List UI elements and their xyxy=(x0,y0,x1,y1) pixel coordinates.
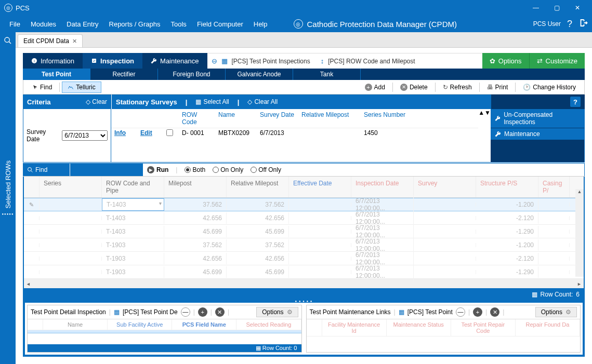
customize-button[interactable]: ⇄ Customize xyxy=(529,53,585,69)
add-row-button[interactable]: + xyxy=(473,307,482,317)
tab-edit-cpdm[interactable]: Edit CPDM Data ✕ xyxy=(18,34,83,47)
survey-row[interactable]: Info Edit D- 0001 MBTX0209 6/7/2013 1450 xyxy=(111,128,478,139)
delete-button[interactable]: ✕Delete xyxy=(395,82,433,92)
table-row[interactable]: T-190345.69945.6996/7/2013 12:00:00...-1… xyxy=(24,265,584,279)
run-row: Find ▶Run | Both On Only Off Only xyxy=(23,163,585,177)
gear-icon: ⚙ xyxy=(565,308,571,316)
survey-grid-header: ROW Code Name Survey Date Relative Milep… xyxy=(111,109,478,128)
rail-grip-icon[interactable]: ●●●●● xyxy=(2,212,14,215)
select-all-button[interactable]: ▦Select All xyxy=(195,98,229,105)
col-series[interactable]: Series xyxy=(40,177,102,197)
panel-options-button[interactable]: Options⚙ xyxy=(535,307,577,317)
survey-scrollbar[interactable]: ▲▼ xyxy=(478,109,491,162)
col-structure-ps[interactable]: Structure P/S xyxy=(476,177,538,197)
tab-close-icon[interactable]: ✕ xyxy=(72,38,77,45)
grid-icon: ▦ xyxy=(221,57,228,65)
radio-both[interactable]: Both xyxy=(185,166,205,173)
menu-field-computer[interactable]: Field Computer xyxy=(192,20,248,28)
menu-help[interactable]: Help xyxy=(248,20,273,28)
radio-off-only[interactable]: Off Only xyxy=(251,166,281,173)
col-rel-milepost[interactable]: Relative Milepost xyxy=(227,177,289,197)
gear-icon: ⚙ xyxy=(287,308,293,316)
run-button[interactable]: ▶Run xyxy=(147,166,168,173)
svg-point-4 xyxy=(28,168,32,171)
col-survey[interactable]: Survey xyxy=(414,177,476,197)
collapse-button[interactable]: — xyxy=(181,307,190,317)
col-effective-date[interactable]: Effective Date xyxy=(289,177,351,197)
print-button[interactable]: 🖶Print xyxy=(482,82,514,92)
panel1-footer: ▦ Row Count: 0 xyxy=(28,344,301,352)
play-icon: ▶ xyxy=(147,166,154,173)
breadcrumb: ⊖ ▦ [PCS] Test Point Inspections ↕ [PCS]… xyxy=(207,53,482,69)
maintenance-side-button[interactable]: Maintenance xyxy=(491,128,584,140)
find-button[interactable]: Find xyxy=(27,82,57,92)
search-icon[interactable] xyxy=(4,36,12,46)
col-row-code[interactable]: ROW Code and Pipe xyxy=(102,177,164,197)
table-row[interactable]: T-190337.56237.5626/7/2013 12:00:00...-1… xyxy=(24,238,584,252)
toolbar: Find Telluric +Add ✕Delete ↻Refresh 🖶Pri… xyxy=(23,80,585,95)
table-row[interactable]: T-140345.69945.6996/7/2013 12:00:00...-1… xyxy=(24,225,584,238)
breadcrumb-2[interactable]: [PCS] ROW Code and Milepost xyxy=(328,58,415,65)
options-button[interactable]: ✿ Options xyxy=(482,53,529,69)
tab-information[interactable]: i Information xyxy=(23,53,83,69)
delete-row-button[interactable]: ✕ xyxy=(490,307,499,317)
user-label[interactable]: PCS User xyxy=(533,20,561,28)
refresh-button[interactable]: ↻Refresh xyxy=(438,82,477,92)
survey-row-checkbox[interactable] xyxy=(166,129,173,136)
uncompensated-button[interactable]: Un-Compensated Inspections xyxy=(491,109,584,128)
telluric-button[interactable]: Telluric xyxy=(62,82,101,93)
menu-file[interactable]: File xyxy=(4,20,25,28)
clear-all-button[interactable]: ◇Clear All xyxy=(247,98,278,105)
tab-label: Edit CPDM Data xyxy=(23,37,69,45)
collapse-icon[interactable]: ⊖ xyxy=(212,57,217,65)
svg-point-0 xyxy=(5,37,9,42)
left-rail: Selected ROWs ●●●●● xyxy=(0,32,16,364)
change-history-button[interactable]: 🕑Change History xyxy=(518,82,581,92)
eraser-icon: ◇ xyxy=(247,98,252,105)
subnav-foreign-bond[interactable]: Foreign Bond xyxy=(158,69,226,80)
tab-inspection[interactable]: Inspection xyxy=(83,53,142,69)
menu-reports-graphs[interactable]: Reports / Graphs xyxy=(104,20,166,28)
menu-tools[interactable]: Tools xyxy=(166,20,192,28)
find-box[interactable]: Find xyxy=(23,164,70,176)
subnav-galvanic-anode[interactable]: Galvanic Anode xyxy=(226,69,293,80)
table-row[interactable]: T-190342.65642.6566/7/2013 12:00:00...-2… xyxy=(24,252,584,265)
subnav-test-point[interactable]: Test Point xyxy=(23,69,90,80)
menu-data-entry[interactable]: Data Entry xyxy=(61,20,103,28)
info-link[interactable]: Info xyxy=(111,128,137,139)
grid-icon: ▦ xyxy=(532,291,537,298)
maximize-button[interactable]: ▢ xyxy=(546,0,567,16)
grid-vscroll[interactable]: ▲ xyxy=(575,189,584,277)
subnav-rectifier[interactable]: Rectifier xyxy=(90,69,158,80)
menu-modules[interactable]: Modules xyxy=(25,20,61,28)
table-row[interactable]: ✎T-140337.56237.5626/7/2013 12:00:00...-… xyxy=(24,198,584,211)
selected-rows-label[interactable]: Selected ROWs xyxy=(4,160,12,208)
grid-icon: ▦ xyxy=(399,308,404,316)
grid-hscroll[interactable]: ◄► xyxy=(24,279,584,288)
ribbon: i Information Inspection Maintenance ⊖ ▦… xyxy=(23,53,585,69)
breadcrumb-1[interactable]: [PCS] Test Point Inspections xyxy=(232,58,310,65)
clear-criteria-button[interactable]: ◇Clear xyxy=(86,98,107,105)
logout-icon[interactable] xyxy=(578,18,588,30)
tab-maintenance[interactable]: Maintenance xyxy=(142,53,207,69)
grid-icon: ▦ xyxy=(256,345,261,351)
help-button[interactable]: ? xyxy=(570,97,581,107)
add-button[interactable]: +Add xyxy=(360,82,390,92)
svg-rect-3 xyxy=(92,59,96,63)
minimize-button[interactable]: — xyxy=(525,0,546,16)
col-casing-ps[interactable]: Casing P/ xyxy=(538,177,570,197)
panel-options-button[interactable]: Options⚙ xyxy=(256,307,298,317)
close-button[interactable]: ✕ xyxy=(567,0,588,16)
subnav-tank[interactable]: Tank xyxy=(293,69,361,80)
table-row[interactable]: T-140342.65642.6566/7/2013 12:00:00...-2… xyxy=(24,211,584,225)
radio-on-only[interactable]: On Only xyxy=(213,166,243,173)
menubar: File Modules Data Entry Reports / Graphs… xyxy=(0,16,592,32)
delete-row-button[interactable]: ✕ xyxy=(215,307,225,317)
edit-link[interactable]: Edit xyxy=(137,128,163,139)
col-inspection-date[interactable]: Inspection Date xyxy=(351,177,414,197)
add-row-button[interactable]: + xyxy=(198,307,207,317)
help-icon[interactable]: ? xyxy=(567,19,572,30)
col-milepost[interactable]: Milepost xyxy=(164,177,227,197)
collapse-button[interactable]: — xyxy=(456,307,465,317)
survey-date-select[interactable]: 6/7/2013 xyxy=(62,130,108,141)
